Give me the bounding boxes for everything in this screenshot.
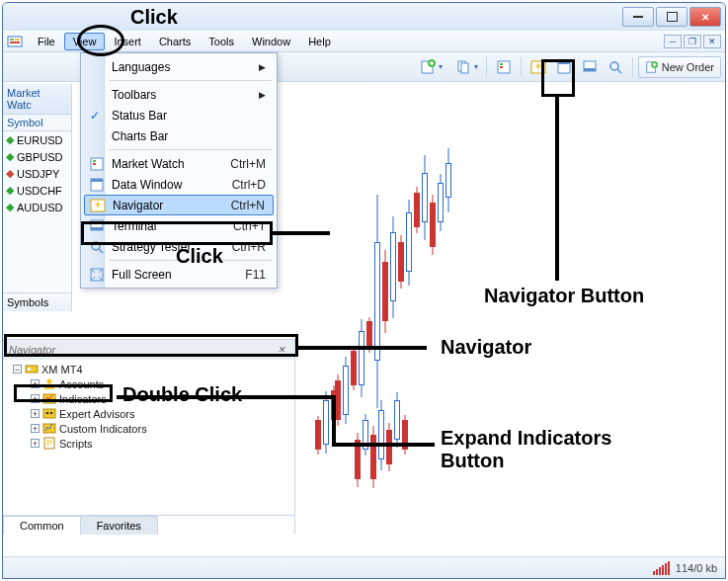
toolbar-strategy-tester-button[interactable] bbox=[604, 56, 627, 78]
svg-point-36 bbox=[92, 242, 100, 250]
navigator-item-indicators[interactable]: Indicators bbox=[7, 391, 290, 406]
toolbar-data-window-button[interactable] bbox=[552, 56, 576, 78]
menu-item-full-screen[interactable]: Full ScreenF11 bbox=[84, 264, 274, 285]
svg-rect-29 bbox=[93, 160, 96, 162]
toolbar-separator bbox=[632, 57, 633, 77]
tree-expander[interactable] bbox=[31, 409, 40, 418]
main-window: File View Insert Charts Tools Window Hel… bbox=[2, 2, 726, 579]
svg-rect-30 bbox=[93, 163, 96, 165]
menu-item-status-bar[interactable]: ✓Status Bar bbox=[84, 105, 274, 125]
menu-window[interactable]: Window bbox=[243, 33, 299, 50]
toolbar-market-watch-button[interactable] bbox=[492, 56, 516, 78]
market-watch-row[interactable]: ◆USDCHF bbox=[3, 182, 71, 199]
market-watch-row[interactable]: ◆GBPUSD bbox=[3, 148, 71, 165]
menu-item-label: Terminal bbox=[112, 219, 156, 233]
svg-rect-28 bbox=[91, 158, 103, 170]
menu-separator bbox=[110, 80, 272, 81]
navigator-root[interactable]: XM MT4 bbox=[7, 362, 290, 376]
menu-item-charts-bar[interactable]: Charts Bar bbox=[84, 125, 274, 146]
market-watch-panel: Market Watc Symbol ◆EURUSD◆GBPUSD◆USDJPY… bbox=[3, 84, 72, 311]
new-order-label: New Order bbox=[662, 61, 714, 73]
svg-point-24 bbox=[46, 412, 49, 415]
svg-rect-8 bbox=[498, 61, 510, 73]
connection-signal-icon bbox=[653, 561, 670, 575]
connection-rate: 114/0 kb bbox=[676, 562, 717, 574]
fullscreen-icon bbox=[88, 267, 106, 283]
menu-item-strategy-tester[interactable]: Strategy TesterCtrl+R bbox=[84, 236, 274, 257]
navigator-panel: Navigator XM MT4 AccountsIndicatorsExper… bbox=[3, 339, 295, 535]
svg-point-16 bbox=[610, 62, 618, 70]
menu-charts[interactable]: Charts bbox=[150, 33, 200, 50]
menu-item-label: Data Window bbox=[112, 178, 182, 192]
svg-rect-7 bbox=[461, 63, 468, 73]
menu-item-market-watch[interactable]: Market WatchCtrl+M bbox=[84, 153, 274, 174]
view-menu-dropdown: Languages▶Toolbars▶✓Status BarCharts Bar… bbox=[80, 52, 278, 289]
tree-item-label: Expert Advisors bbox=[59, 408, 134, 420]
navigator-item-scripts[interactable]: Scripts bbox=[7, 436, 290, 451]
menu-insert[interactable]: Insert bbox=[105, 33, 150, 50]
status-bar: 114/0 kb bbox=[3, 556, 725, 578]
price-chart[interactable] bbox=[295, 84, 725, 554]
nav-icon bbox=[89, 198, 107, 213]
toolbar-profiles-button[interactable] bbox=[447, 56, 481, 78]
mdi-restore-button[interactable] bbox=[684, 35, 701, 48]
tree-item-label: Custom Indicators bbox=[59, 423, 147, 435]
svg-rect-20 bbox=[28, 368, 31, 371]
navigator-tab-common[interactable]: Common bbox=[3, 516, 81, 535]
svg-rect-3 bbox=[10, 42, 20, 43]
menu-shortcut: Ctrl+N bbox=[231, 199, 265, 212]
tree-expander[interactable] bbox=[31, 439, 40, 448]
symbol-label: AUDUSD bbox=[17, 202, 62, 213]
toolbar-new-order-button[interactable]: New Order bbox=[638, 56, 721, 78]
window-maximize-button[interactable] bbox=[656, 7, 688, 27]
market-watch-symbols-tab[interactable]: Symbols bbox=[3, 292, 71, 311]
navigator-root-expander[interactable] bbox=[13, 365, 22, 374]
tree-expander[interactable] bbox=[31, 379, 40, 388]
svg-rect-13 bbox=[558, 61, 570, 64]
menu-item-data-window[interactable]: Data WindowCtrl+D bbox=[84, 174, 274, 195]
toolbar-terminal-button[interactable] bbox=[578, 56, 602, 78]
menu-item-label: Full Screen bbox=[112, 268, 172, 282]
menu-item-toolbars[interactable]: Toolbars▶ bbox=[84, 84, 274, 105]
menu-shortcut: F11 bbox=[245, 268, 266, 282]
mdi-minimize-button[interactable] bbox=[664, 35, 682, 48]
toolbar-separator bbox=[486, 57, 487, 77]
submenu-arrow-icon: ▶ bbox=[259, 62, 266, 72]
navigator-item-custom-indicators[interactable]: Custom Indicators bbox=[7, 421, 290, 436]
navigator-item-accounts[interactable]: Accounts bbox=[7, 376, 290, 391]
tree-expander[interactable] bbox=[31, 424, 40, 433]
navigator-item-expert-advisors[interactable]: Expert Advisors bbox=[7, 406, 290, 421]
tree-expander[interactable] bbox=[31, 394, 40, 403]
navigator-close-button[interactable] bbox=[275, 343, 288, 357]
menu-item-terminal[interactable]: TerminalCtrl+T bbox=[84, 215, 274, 236]
menu-item-navigator[interactable]: NavigatorCtrl+N bbox=[84, 195, 274, 215]
navigator-tab-favorites[interactable]: Favorites bbox=[80, 516, 158, 535]
svg-rect-2 bbox=[15, 39, 20, 41]
market-icon bbox=[88, 156, 106, 172]
menu-item-label: Languages bbox=[112, 60, 170, 74]
toolbar-navigator-button[interactable] bbox=[526, 56, 550, 78]
menu-tools[interactable]: Tools bbox=[200, 33, 243, 50]
menubar: File View Insert Charts Tools Window Hel… bbox=[3, 31, 725, 52]
arrow-up-icon: ◆ bbox=[6, 184, 14, 197]
menu-help[interactable]: Help bbox=[299, 33, 340, 50]
menu-shortcut: Ctrl+D bbox=[232, 178, 266, 192]
menu-file[interactable]: File bbox=[29, 33, 64, 50]
menu-view[interactable]: View bbox=[64, 33, 106, 50]
toolbar-new-chart-button[interactable] bbox=[412, 56, 445, 78]
navigator-titlebar[interactable]: Navigator bbox=[3, 340, 294, 360]
market-watch-row[interactable]: ◆AUDUSD bbox=[3, 199, 71, 215]
market-watch-row[interactable]: ◆EURUSD bbox=[3, 131, 71, 148]
submenu-arrow-icon: ▶ bbox=[259, 90, 266, 100]
market-watch-title: Market Watc bbox=[3, 84, 71, 115]
symbol-label: EURUSD bbox=[17, 134, 62, 146]
window-minimize-button[interactable] bbox=[622, 7, 654, 27]
window-close-button[interactable] bbox=[689, 7, 721, 27]
mdi-close-button[interactable] bbox=[703, 35, 721, 48]
terminal-icon bbox=[88, 218, 106, 234]
market-watch-row[interactable]: ◆USDJPY bbox=[3, 165, 71, 182]
menu-item-languages[interactable]: Languages▶ bbox=[84, 56, 274, 77]
symbol-label: USDCHF bbox=[17, 185, 62, 197]
symbol-label: USDJPY bbox=[17, 168, 59, 180]
strategy-icon bbox=[88, 239, 106, 255]
